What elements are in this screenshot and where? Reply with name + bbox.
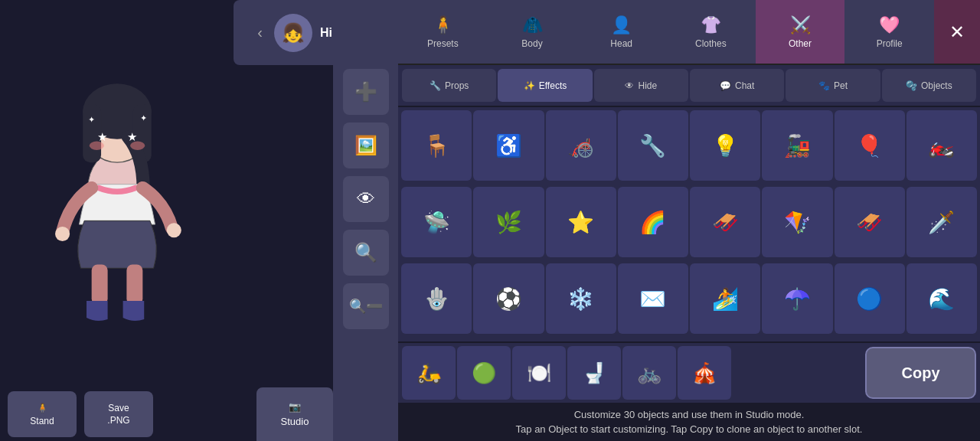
list-item[interactable]: 🛷 xyxy=(835,187,905,257)
save-label: Save xyxy=(108,403,129,413)
zoom-in-button[interactable]: 🔍 xyxy=(343,230,389,276)
effects-label: Effects xyxy=(539,80,567,91)
image-button[interactable]: 🖼️ xyxy=(343,122,389,168)
list-item[interactable]: 🌿 xyxy=(473,187,544,257)
list-item[interactable]: 🍽️ xyxy=(512,346,566,400)
list-item[interactable]: 🏄 xyxy=(690,263,760,334)
list-item[interactable]: ♿ xyxy=(473,110,544,181)
clothes-label: Clothes xyxy=(695,38,727,49)
studio-button[interactable]: 📷 Studio xyxy=(256,387,333,441)
list-item[interactable]: 🌈 xyxy=(618,187,688,257)
studio-label: Studio xyxy=(281,416,309,427)
stand-label: Stand xyxy=(30,416,54,426)
tab-other[interactable]: ⚔️ Other xyxy=(756,0,845,64)
character-display: ★ ★ ✦ ✦ xyxy=(0,0,234,390)
avatar: 👧 xyxy=(274,14,312,52)
list-item[interactable]: 🟢 xyxy=(457,346,511,400)
save-button[interactable]: Save .PNG xyxy=(84,391,153,437)
list-item[interactable]: 🛷 xyxy=(690,187,760,257)
list-item[interactable]: 🎪 xyxy=(678,346,731,400)
hide-label: Hide xyxy=(638,80,657,91)
side-toolbar: ➕ 🖼️ 👁 🔍 🔍➖ xyxy=(333,0,398,441)
svg-point-8 xyxy=(130,142,145,150)
list-item[interactable]: ⚽ xyxy=(473,263,544,334)
status-line2: Tap an Object to start customizing. Tap … xyxy=(516,422,863,437)
item-grid: 🪑 ♿ 🦽 🔧 💡 🚂 🎈 🏍️ 🛸 🌿 ⭐ 🌈 🛷 🪁 🛷 🗡️ 🪬 ⚽ ❄️… xyxy=(398,107,980,341)
svg-text:✦: ✦ xyxy=(140,113,147,122)
list-item[interactable]: 🏍️ xyxy=(906,110,977,181)
clothes-icon: 👚 xyxy=(701,15,721,35)
tab-objects[interactable]: 🫧 Objects xyxy=(882,69,976,102)
list-item[interactable]: 🔧 xyxy=(618,110,688,181)
add-button[interactable]: ➕ xyxy=(343,69,389,115)
tab-clothes[interactable]: 👚 Clothes xyxy=(666,0,756,64)
svg-text:★: ★ xyxy=(126,130,136,143)
status-line1: Customize 30 objects and use them in Stu… xyxy=(574,407,805,423)
list-item[interactable]: 🎈 xyxy=(835,110,905,181)
tab-head[interactable]: 👤 Head xyxy=(577,0,666,64)
props-icon: 🔧 xyxy=(430,80,441,91)
svg-rect-13 xyxy=(91,264,107,304)
presets-label: Presets xyxy=(427,38,459,49)
presets-icon: 🧍 xyxy=(433,15,453,35)
bottom-action-row: 🛵 🟢 🍽️ 🚽 🚲 🎪 Copy xyxy=(398,341,980,403)
svg-point-7 xyxy=(89,142,103,150)
tab-profile[interactable]: 🩷 Profile xyxy=(844,0,934,64)
stand-button[interactable]: 🧍 Stand xyxy=(8,391,77,437)
svg-text:★: ★ xyxy=(97,130,107,143)
list-item[interactable]: 🚲 xyxy=(622,346,676,400)
svg-point-11 xyxy=(55,227,70,241)
list-item[interactable]: 💡 xyxy=(690,110,760,181)
prev-character-button[interactable]: ‹ xyxy=(253,20,266,45)
chat-icon: 💬 xyxy=(720,80,731,91)
copy-button[interactable]: Copy xyxy=(865,347,976,399)
status-bar: Customize 30 objects and use them in Stu… xyxy=(398,403,980,441)
hide-icon: 👁 xyxy=(625,80,634,91)
profile-icon: 🩷 xyxy=(879,15,900,35)
other-label: Other xyxy=(789,38,812,49)
list-item[interactable]: 🛵 xyxy=(402,346,456,400)
profile-label: Profile xyxy=(877,38,903,49)
list-item[interactable]: 🚽 xyxy=(567,346,621,400)
save-sub-label: .PNG xyxy=(107,415,129,426)
svg-rect-14 xyxy=(126,264,142,304)
list-item[interactable]: 🗡️ xyxy=(906,187,977,257)
objects-label: Objects xyxy=(921,80,952,91)
tab-chat[interactable]: 💬 Chat xyxy=(690,69,784,102)
tab-hide[interactable]: 👁 Hide xyxy=(594,69,688,102)
list-item[interactable]: ❄️ xyxy=(546,263,616,334)
close-button[interactable]: ✕ xyxy=(934,0,980,64)
tab-body[interactable]: 🧥 Body xyxy=(488,0,577,64)
close-icon: ✕ xyxy=(949,21,965,43)
tab-effects[interactable]: ✨ Effects xyxy=(498,69,592,102)
list-item[interactable]: 🪁 xyxy=(762,187,832,257)
objects-icon: 🫧 xyxy=(906,80,917,91)
tab-props[interactable]: 🔧 Props xyxy=(402,69,496,102)
right-panel: 🧍 Presets 🧥 Body 👤 Head 👚 Clothes ⚔️ Oth… xyxy=(398,0,980,441)
list-item[interactable]: 🦽 xyxy=(546,110,616,181)
list-item[interactable]: 🛸 xyxy=(401,187,472,257)
head-icon: 👤 xyxy=(611,15,632,35)
pet-icon: 🐾 xyxy=(818,80,830,91)
studio-icon: 📷 xyxy=(289,401,301,413)
list-item[interactable]: 🚂 xyxy=(762,110,832,181)
bottom-grid: 🛵 🟢 🍽️ 🚽 🚲 🎪 xyxy=(402,346,858,400)
list-item[interactable]: ✉️ xyxy=(618,263,688,334)
eye-button[interactable]: 👁 xyxy=(343,176,389,222)
list-item[interactable]: ⭐ xyxy=(546,187,616,257)
zoom-out-button[interactable]: 🔍➖ xyxy=(343,283,389,329)
svg-text:✦: ✦ xyxy=(87,115,94,124)
list-item[interactable]: 🌊 xyxy=(906,263,977,334)
tab-presets[interactable]: 🧍 Presets xyxy=(398,0,488,64)
list-item[interactable]: ☂️ xyxy=(762,263,832,334)
tab-pet[interactable]: 🐾 Pet xyxy=(786,69,880,102)
left-panel: ‹ 👧 Hikare › ★ ★ ✦ ✦ xyxy=(0,0,398,441)
bottom-buttons: 🧍 Stand Save .PNG 📷 Studio xyxy=(0,387,398,441)
head-label: Head xyxy=(610,38,632,49)
list-item[interactable]: 🔵 xyxy=(835,263,905,334)
second-nav: 🔧 Props ✨ Effects 👁 Hide 💬 Chat 🐾 Pet 🫧 … xyxy=(398,65,980,107)
stand-icon: 🧍 xyxy=(37,403,48,413)
list-item[interactable]: 🪬 xyxy=(401,263,472,334)
list-item[interactable]: 🪑 xyxy=(401,110,472,181)
character-illustration: ★ ★ ✦ ✦ xyxy=(10,42,224,348)
